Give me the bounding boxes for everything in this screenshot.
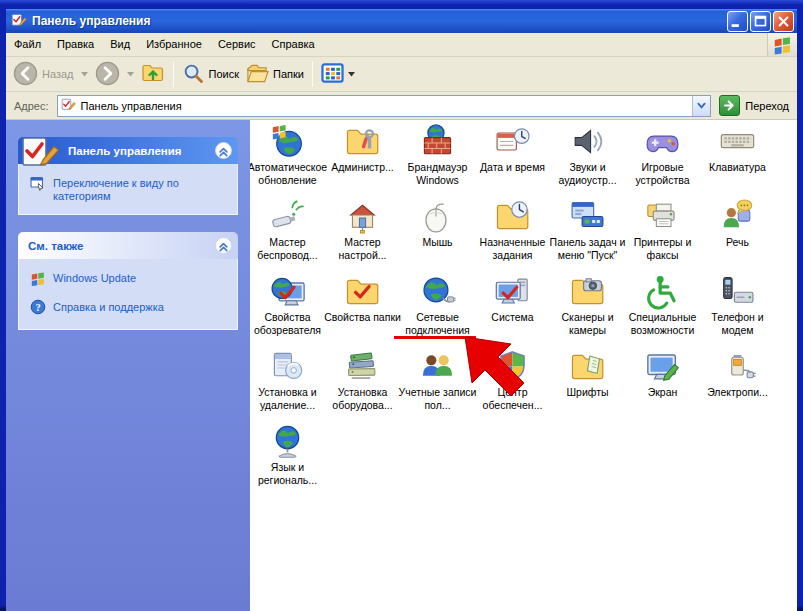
network-connections-icon: [419, 272, 456, 310]
cp-item-label: Экран: [648, 386, 678, 399]
minimize-button[interactable]: [727, 11, 748, 32]
system-icon: [494, 272, 531, 310]
cp-item-mouse[interactable]: Мышь: [400, 197, 475, 272]
cp-item-folder-options[interactable]: Свойства папки: [325, 272, 400, 347]
cp-item-firewall[interactable]: Брандмауэр Windows: [400, 122, 475, 197]
close-button[interactable]: [773, 11, 794, 32]
firewall-icon: [419, 122, 456, 160]
cp-item-label: Мастер настрой...: [320, 236, 405, 261]
accessibility-icon: [644, 272, 681, 310]
cp-item-accessibility[interactable]: Специальные возможности: [625, 272, 700, 347]
back-button[interactable]: Назад: [10, 59, 77, 90]
cp-item-scanners-cameras[interactable]: Сканеры и камеры: [550, 272, 625, 347]
windows-logo-icon: [767, 33, 797, 56]
cp-item-label: Свойства папки: [324, 311, 401, 324]
sidebar-link-label: Справка и поддержка: [53, 299, 164, 314]
admin-tools-icon: [344, 122, 381, 160]
cp-item-system[interactable]: Система: [475, 272, 550, 347]
forward-button[interactable]: [92, 59, 123, 90]
cp-item-label: Мастер беспровод...: [250, 236, 330, 261]
address-dropdown-button[interactable]: [692, 96, 710, 116]
forward-arrow-icon: [95, 61, 120, 88]
cp-item-add-hardware[interactable]: Установка оборудова...: [325, 347, 400, 422]
cp-item-internet-options[interactable]: Свойства обозревателя: [250, 272, 325, 347]
cp-item-taskbar-start[interactable]: Панель задач и меню "Пуск": [550, 197, 625, 272]
control-panel-window-icon: [11, 12, 27, 30]
menu-item-4[interactable]: Сервис: [210, 33, 264, 56]
menu-bar: ФайлПравкаВидИзбранноеСервисСправка: [6, 33, 797, 57]
panel-title: См. также: [28, 240, 83, 252]
address-value: Панель управления: [81, 100, 693, 112]
cp-item-date-time[interactable]: Дата и время: [475, 122, 550, 197]
back-dropdown[interactable]: [78, 70, 91, 79]
address-input[interactable]: Панель управления: [57, 95, 712, 117]
cp-item-phone-modem[interactable]: Телефон и модем: [700, 272, 775, 347]
toolbar-separator: [312, 61, 313, 87]
language-regional-icon: [269, 422, 306, 460]
cp-item-label: Речь: [726, 236, 749, 249]
cp-item-label: Учетные записи пол...: [395, 386, 480, 411]
cp-item-printers[interactable]: Принтеры и факсы: [625, 197, 700, 272]
auto-update-icon: [269, 122, 306, 160]
views-button[interactable]: [318, 61, 358, 88]
cp-item-power-options[interactable]: Электропи...: [700, 347, 775, 422]
views-dropdown-icon: [348, 72, 355, 77]
menu-item-5[interactable]: Справка: [264, 33, 323, 56]
sidebar-link-category-view[interactable]: Переключение к виду по категориям: [30, 175, 231, 203]
svg-text:?: ?: [35, 302, 40, 313]
cp-item-auto-update[interactable]: Автоматическое обновление: [250, 122, 325, 197]
windows-update-icon: [30, 270, 46, 289]
menu-item-3[interactable]: Избранное: [138, 33, 210, 56]
sidebar-panel-1: См. такжеWindows Update?Справка и поддер…: [18, 232, 238, 330]
wireless-wizard-icon: [269, 197, 306, 235]
cp-item-label: Центр обеспечен...: [470, 386, 555, 411]
folder-up-icon: [141, 61, 165, 87]
cp-item-label: Сканеры и камеры: [545, 311, 630, 336]
folders-button[interactable]: Папки: [243, 60, 307, 89]
cp-item-label: Установка оборудова...: [320, 386, 405, 411]
cp-item-label: Клавиатура: [709, 161, 766, 174]
cp-item-language-regional[interactable]: Язык и региональ...: [250, 422, 325, 497]
cp-item-display[interactable]: Экран: [625, 347, 700, 422]
search-label: Поиск: [209, 68, 239, 80]
folders-label: Папки: [273, 68, 304, 80]
sidebar-link-help[interactable]: ?Справка и поддержка: [30, 299, 231, 318]
sidebar-link-windows-update[interactable]: Windows Update: [30, 270, 231, 289]
cp-item-label: Брандмауэр Windows: [395, 161, 480, 186]
sounds-icon: [569, 122, 606, 160]
collapse-chevron-button[interactable]: [215, 142, 232, 159]
go-button[interactable]: [719, 95, 740, 116]
search-button[interactable]: Поиск: [179, 60, 242, 89]
folders-icon: [246, 62, 269, 87]
cp-item-label: Сетевые подключения: [395, 311, 480, 336]
display-icon: [644, 347, 681, 385]
cp-item-label: Принтеры и факсы: [620, 236, 705, 261]
cp-item-wireless-wizard[interactable]: Мастер беспровод...: [250, 197, 325, 272]
cp-item-keyboard[interactable]: Клавиатура: [700, 122, 775, 197]
internet-options-icon: [269, 272, 306, 310]
cp-item-label: Установка и удаление...: [250, 386, 330, 411]
forward-dropdown[interactable]: [124, 70, 137, 79]
back-label: Назад: [42, 68, 74, 80]
help-icon: ?: [30, 299, 46, 318]
cp-item-add-remove-programs[interactable]: Установка и удаление...: [250, 347, 325, 422]
cp-item-admin-tools[interactable]: Администр...: [325, 122, 400, 197]
collapse-chevron-button[interactable]: [215, 237, 232, 254]
cp-item-sounds[interactable]: Звуки и аудиоустр...: [550, 122, 625, 197]
maximize-button[interactable]: [750, 11, 771, 32]
cp-item-network-wizard[interactable]: Мастер настрой...: [325, 197, 400, 272]
panel-header: См. также: [18, 232, 238, 259]
up-button[interactable]: [138, 59, 168, 89]
phone-modem-icon: [719, 272, 756, 310]
menu-item-1[interactable]: Правка: [49, 33, 102, 56]
menu-item-0[interactable]: Файл: [6, 33, 49, 56]
cp-item-scheduled-tasks[interactable]: Назначенные задания: [475, 197, 550, 272]
cp-item-label: Автоматическое обновление: [250, 161, 330, 186]
cp-item-fonts[interactable]: Шрифты: [550, 347, 625, 422]
cp-item-game-controllers[interactable]: Игровые устройства: [625, 122, 700, 197]
cp-item-speech[interactable]: Речь: [700, 197, 775, 272]
cp-item-security-center[interactable]: Центр обеспечен...: [475, 347, 550, 422]
menu-item-2[interactable]: Вид: [102, 33, 138, 56]
toolbar: Назад Поиск Папки: [6, 57, 797, 92]
cp-item-user-accounts[interactable]: Учетные записи пол...: [400, 347, 475, 422]
